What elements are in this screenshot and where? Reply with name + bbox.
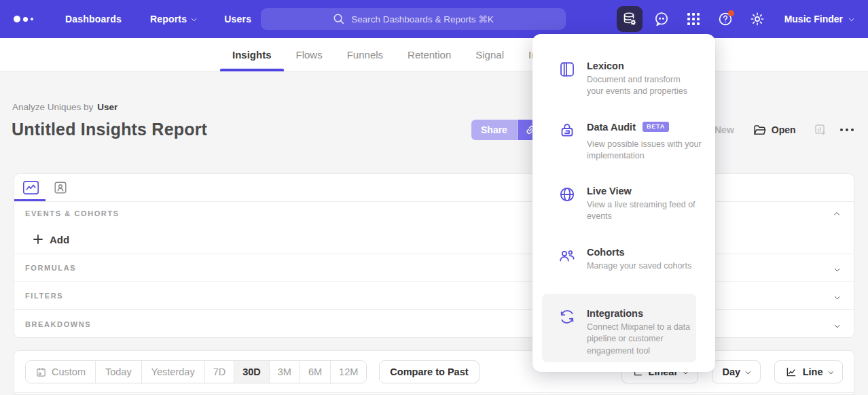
beta-badge: BETA [643,122,669,132]
feedback-button[interactable] [649,6,674,32]
menu-item-data-audit[interactable]: Data Audit BETA View possible issues wit… [558,122,702,162]
section-events-cohorts[interactable]: EVENTS & COHORTS [14,202,854,225]
menu-item-title: Cohorts [587,247,710,258]
range-yesterday[interactable]: Yesterday [141,361,204,383]
new-report-button[interactable]: New [715,124,734,135]
chevron-down-icon [828,368,833,374]
add-to-board-icon [814,123,827,137]
compare-label: Compare to Past [390,366,468,377]
section-filters[interactable]: FILTERS [14,282,854,310]
range-30d[interactable]: 30D [234,361,269,383]
range-label: 12M [339,366,358,377]
section-breakdowns[interactable]: BREAKDOWNS [14,310,854,338]
calendar-icon [35,366,47,378]
date-range-segmented-control: Custom Today Yesterday 7D 30D 3M 6M 12M [25,360,367,383]
tab-signal[interactable]: Signal [463,38,516,71]
menu-item-live-view[interactable]: Live View View a live streaming feed of … [558,186,702,223]
chart-toolbar-card: Custom Today Yesterday 7D 30D 3M 6M 12M … [14,350,854,395]
section-label: EVENTS & COHORTS [25,209,120,218]
more-options-button[interactable] [840,120,854,140]
compare-to-past-button[interactable]: Compare to Past [379,360,479,383]
range-label: Custom [52,366,86,377]
add-label: Add [50,234,69,245]
nav-users-label: Users [224,14,251,24]
chevron-down-icon[interactable] [834,322,839,328]
chevron-down-icon [746,368,751,374]
open-report-button[interactable]: Open [753,123,796,137]
top-navigation: Dashboards Reports Users Search Dashboar… [0,0,868,38]
search-input[interactable]: Search Dashboards & Reports ⌘K [261,8,566,30]
tab-funnels[interactable]: Funnels [335,38,395,71]
menu-item-cohorts[interactable]: Cohorts Manage your saved cohorts [558,247,702,272]
menu-item-desc: Manage your saved cohorts [587,260,710,272]
menu-item-desc: View a live streaming feed of events [587,199,708,223]
project-selector[interactable]: Music Finder [784,14,853,24]
range-3m[interactable]: 3M [269,361,300,383]
help-button[interactable] [712,6,738,32]
chart-type-label: Line [803,366,823,377]
range-6m[interactable]: 6M [300,361,330,383]
tab-retention[interactable]: Retention [395,38,463,71]
tab-label: Signal [475,49,504,61]
chevron-up-icon[interactable] [834,212,839,218]
range-label: 3M [278,366,291,377]
range-label: 6M [308,366,322,377]
nav-users[interactable]: Users [224,14,251,24]
chart-type-dropdown[interactable]: Line [774,360,843,383]
live-view-icon [558,186,576,223]
page-title[interactable]: Untitled Insights Report [12,120,207,139]
apps-menu-button[interactable] [681,6,706,32]
range-label: Today [105,366,132,377]
integrations-icon [558,308,576,357]
tab-events-view[interactable] [22,180,39,195]
active-tab-underline [14,199,46,201]
menu-item-desc: View possible issues with your implement… [587,139,713,162]
data-audit-icon [558,122,576,162]
builder-icon-tabs [14,174,854,202]
chevron-down-icon [192,16,197,21]
data-management-dropdown: Lexicon Document and transform your even… [532,34,715,372]
interval-dropdown[interactable]: Day [712,360,761,383]
subtitle-entity[interactable]: User [97,102,117,112]
nav-right-icons: Music Finder [617,6,853,32]
range-7d[interactable]: 7D [204,361,234,383]
range-label: 7D [213,366,226,377]
open-label: Open [772,124,796,135]
chevron-down-icon[interactable] [834,294,839,299]
menu-item-title: Data Audit [587,122,636,133]
menu-item-desc: Document and transform your events and p… [587,74,693,98]
nav-dashboards[interactable]: Dashboards [65,14,122,24]
mixpanel-logo-icon[interactable] [14,16,45,22]
menu-item-title: Integrations [587,308,697,319]
chart-tab-icon [22,180,39,195]
gear-icon [749,11,765,27]
tab-insights[interactable]: Insights [220,38,284,71]
data-management-button[interactable] [617,6,643,32]
range-label: 30D [242,366,261,377]
folder-icon [753,123,767,137]
chevron-down-icon[interactable] [834,266,839,271]
nav-reports[interactable]: Reports [150,14,196,24]
share-button[interactable]: Share [471,120,517,140]
search-placeholder: Search Dashboards & Reports ⌘K [351,14,493,24]
tab-label: Funnels [347,49,383,61]
menu-item-integrations[interactable]: Integrations Connect Mixpanel to a data … [558,308,702,357]
add-to-dashboard-button[interactable] [814,123,827,137]
range-custom[interactable]: Custom [26,361,95,383]
nav-reports-label: Reports [150,14,187,24]
menu-item-title: Lexicon [587,61,693,71]
report-actions: New Open [715,120,854,140]
tab-flows[interactable]: Flows [284,38,335,71]
tab-profiles-view[interactable] [53,180,68,195]
add-event-button[interactable]: Add [33,234,69,245]
menu-item-lexicon[interactable]: Lexicon Document and transform your even… [558,61,702,98]
section-label: BREAKDOWNS [25,320,91,328]
range-today[interactable]: Today [95,361,141,383]
interval-label: Day [723,366,741,377]
settings-button[interactable] [744,6,770,32]
project-name: Music Finder [784,14,843,24]
range-label: Yesterday [151,366,195,377]
range-12m[interactable]: 12M [330,361,366,383]
section-formulas[interactable]: FORMULAS [14,254,854,282]
chevron-down-icon [848,16,854,21]
